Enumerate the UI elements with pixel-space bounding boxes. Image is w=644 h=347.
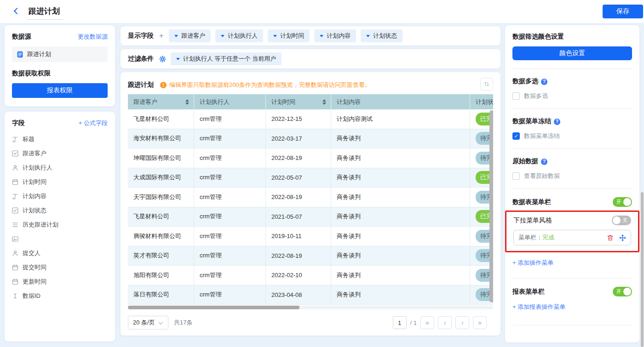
table-horizontal-scrollbar[interactable] [128,306,493,309]
first-page-button[interactable]: « [420,316,434,329]
formula-field-link[interactable]: + 公式字段 [79,119,108,127]
datasource-panel: 数据源 更改数据源 跟进计划 数据获取权限 报表权限 [5,25,115,106]
window-scrollbar[interactable] [641,192,644,347]
image-icon [12,236,18,242]
save-button[interactable]: 保存 [603,5,643,18]
multi-select-checkbox-row[interactable]: 数据多选 [512,92,632,100]
select-icon [12,207,18,214]
caret-down-icon [176,58,180,60]
cell-executor: crm管理 [194,148,266,168]
table-row[interactable]: 旭阳有限公司crm管理2022-02-10商务谈判待完成 [128,266,493,285]
menu-item-value: 完成 [542,233,554,242]
table-row[interactable]: 天宇国际有限公司crm管理2022-08-19商务谈判待完成 [128,188,493,207]
add-action-menu-link[interactable]: + 添加操作菜单 [512,259,553,267]
last-page-button[interactable]: » [473,316,487,329]
trash-icon[interactable] [607,234,614,241]
column-header-label: 计划执行人 [200,98,230,106]
column-header[interactable]: 跟进客户 [128,94,194,109]
color-setting-button[interactable]: 颜色设置 [512,46,632,60]
filter-bar: 过滤条件 计划执行人 等于任意一个 当前用户 [121,49,500,68]
chevron-down-icon [158,320,163,324]
chip-label: 计划执行人 [228,32,258,40]
settings-panel: 数据筛选颜色设置 颜色设置 数据多选? 数据多选 数据菜单冻结? ✓ 数据菜单冻… [505,25,639,342]
field-item[interactable]: 计划时间 [12,175,108,189]
table-row[interactable]: 坤曜国际有限公司crm管理2022-08-19商务谈判待完成 [128,148,493,168]
display-field-chip[interactable]: 计划内容 [314,29,356,42]
cell-time: 2023-04-08 [266,285,331,305]
display-field-chip[interactable]: 计划状态 [361,29,402,42]
field-item[interactable]: 计划状态 [12,203,108,217]
column-header[interactable]: 计划时间 [266,94,331,109]
menu-freeze-title: 数据菜单冻结? [512,117,632,125]
table-title: 跟进计划 [128,81,154,89]
table-menu-bar-toggle[interactable]: 开 [613,197,632,207]
help-icon[interactable]: ? [541,159,547,165]
sort-arrows-icon[interactable] [322,99,326,105]
field-item[interactable]: 标题 [12,132,108,146]
field-item[interactable]: 计划执行人 [12,160,108,175]
add-report-action-menu-link[interactable]: + 添加报表操作菜单 [512,303,565,311]
field-item[interactable]: 计划内容 [12,189,108,203]
dropdown-style-toggle[interactable]: 关 [612,216,631,225]
table-row[interactable]: 海安材料有限公司crm管理2022-03-17商务谈判待完成 [128,129,493,149]
sort-arrows-icon[interactable] [185,99,189,105]
table-vertical-scrollbar[interactable] [489,110,493,302]
field-item-label: 数据ID [23,292,40,300]
table-row[interactable]: 大成国际有限公司crm管理2022-05-07商务谈判已完成 [128,168,493,188]
multi-select-checkbox[interactable] [512,92,520,100]
page-title[interactable]: 跟进计划 [28,6,63,20]
table-row[interactable]: 英才有限公司crm管理2022-08-19商务谈判待完成 [128,246,493,266]
text-icon [12,136,18,142]
toggle-knob [623,198,631,206]
cell-time: 2022-05-07 [266,168,331,188]
table-row[interactable]: 飞星材料公司crm管理2021-05-07商务谈判已完成 [128,207,493,227]
toggle-knob [623,288,631,296]
raw-data-title: 原始数据? [512,157,632,165]
display-field-chip[interactable]: 跟进客户 [169,29,211,42]
menu-freeze-checkbox-row[interactable]: ✓ 数据菜单冻结 [512,132,632,140]
gear-icon[interactable] [159,56,166,63]
prev-page-button[interactable]: ‹ [438,316,452,329]
move-icon[interactable] [619,234,626,241]
cell-customer: 海安材料有限公司 [128,129,194,149]
menu-freeze-checkbox[interactable]: ✓ [512,132,520,140]
filter-condition-chip[interactable]: 计划执行人 等于任意一个 当前用户 [171,52,282,65]
datasource-item[interactable]: 跟进计划 [12,46,108,62]
field-item[interactable]: 更新时间 [12,274,108,289]
display-field-chip[interactable]: 计划时间 [268,29,310,42]
back-icon[interactable] [13,7,21,16]
datasource-item-label: 跟进计划 [27,50,51,58]
help-icon[interactable]: ? [554,119,560,125]
raw-data-checkbox[interactable] [512,172,520,180]
cell-content: 商务谈判 [331,207,470,227]
raw-data-checkbox-row[interactable]: 查看原始数据 [512,172,632,180]
cell-executor: crm管理 [194,109,266,129]
field-item[interactable]: 历史跟进计划 [12,217,108,232]
cell-time: 2022-08-19 [266,246,331,266]
menu-item-row[interactable]: 菜单栏： 完成 [513,230,631,245]
report-permission-button[interactable]: 报表权限 [12,83,108,98]
change-datasource-link[interactable]: 更改数据源 [78,33,108,41]
calendar-icon [12,264,18,271]
add-display-field-button[interactable]: + [159,32,163,40]
pagination-bar: 20 条/页 共17条 1 / 1 « ‹ › » [128,316,493,330]
field-item[interactable]: 提交人 [12,246,108,260]
display-field-chip[interactable]: 计划执行人 [215,29,263,42]
field-item[interactable] [12,232,108,246]
dropdown-style-title: 下拉菜单风格 [513,216,552,225]
report-menu-bar-toggle[interactable]: 开 [613,287,632,296]
table-row[interactable]: 飞星材料公司crm管理2022-12-15计划内容测试已完成 [128,109,493,129]
raw-data-checkbox-label: 查看原始数据 [524,172,560,180]
next-page-button[interactable]: › [455,316,469,329]
field-item[interactable]: 提交时间 [12,260,108,274]
filter-label: 过滤条件 [128,55,154,63]
table-row[interactable]: 落日有限公司crm管理2023-04-08商务谈判待完成 [128,285,493,305]
page-size-select[interactable]: 20 条/页 [128,316,168,330]
field-item[interactable]: 数据ID [12,289,108,303]
scrollbar-thumb[interactable] [128,306,299,309]
table-row[interactable]: 腾骏材料有限公司crm管理2019-10-11商务谈判待完成 [128,227,493,246]
help-icon[interactable]: ? [541,79,547,85]
page-number-input[interactable]: 1 [393,316,407,329]
sort-order-button[interactable] [480,78,493,91]
field-item[interactable]: 跟进客户 [12,146,108,160]
